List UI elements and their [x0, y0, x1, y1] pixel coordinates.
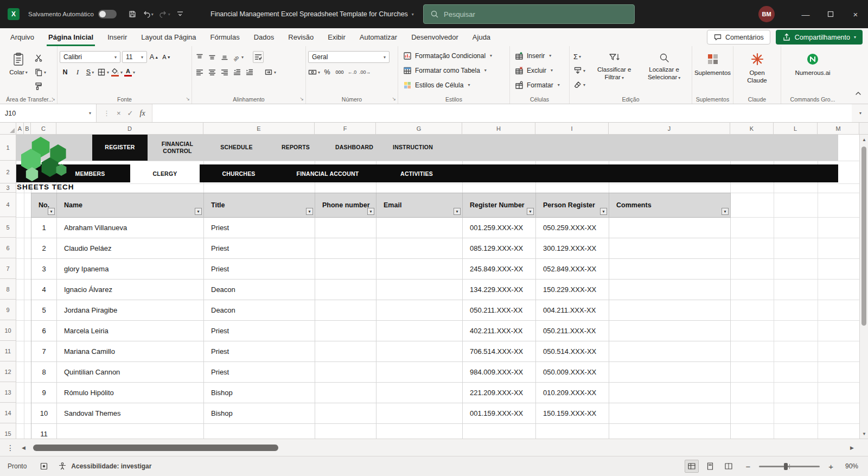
menu-tab-ajuda[interactable]: Ajuda [465, 28, 497, 46]
column-header-I[interactable]: I [535, 123, 609, 134]
comments-button[interactable]: Comentários [707, 30, 770, 45]
cell[interactable] [609, 259, 731, 280]
cell-styles-button[interactable]: Estilos de Célula▾ [400, 78, 507, 92]
row-header-11[interactable]: 11 [0, 341, 16, 361]
cell[interactable] [609, 403, 731, 424]
cell[interactable]: 050.514.XXX-XX [536, 341, 609, 362]
cell[interactable]: Priest [204, 362, 315, 383]
scroll-right-icon[interactable]: ▶ [850, 445, 854, 450]
cell[interactable] [609, 238, 731, 259]
cell[interactable]: 050.211.XXX-XX [463, 300, 536, 321]
font-size-select[interactable]: 11▾ [122, 51, 147, 63]
cell[interactable]: 010.209.XXX-XX [536, 383, 609, 403]
enter-button[interactable]: ✓ [127, 109, 133, 117]
filter-button[interactable]: ▾ [48, 208, 55, 215]
cell[interactable]: 050.009.XXX-XX [536, 362, 609, 383]
cell[interactable]: 2 [31, 238, 57, 259]
cell[interactable] [376, 424, 463, 439]
column-header-H[interactable]: H [462, 123, 535, 134]
dialog-launcher-icon[interactable]: ↘ [299, 97, 304, 101]
cell[interactable]: Priest [204, 218, 315, 238]
cell[interactable]: 001.159.XXX-XX [463, 403, 536, 424]
row-header-14[interactable]: 14 [0, 403, 16, 423]
menu-tab-layout-da-pagina[interactable]: Layout da Página [134, 28, 203, 46]
menu-tab-pagina-inicial[interactable]: Página Inicial [41, 28, 100, 46]
cell[interactable] [315, 321, 376, 341]
row-header-10[interactable]: 10 [0, 320, 16, 341]
dialog-launcher-icon[interactable]: ↘ [392, 97, 396, 101]
cell[interactable]: Mariana Camillo [57, 341, 204, 362]
filter-button[interactable]: ▾ [195, 208, 202, 215]
format-painter-button[interactable] [33, 80, 48, 92]
filter-button[interactable]: ▾ [306, 208, 313, 215]
numerous-ai-button[interactable]: Numerous.ai [783, 48, 842, 93]
ribbon-collapse-button[interactable] [854, 89, 863, 99]
cell[interactable] [376, 218, 463, 238]
column-header-A[interactable]: A [16, 123, 24, 134]
orientation-button[interactable]: ab▾ [232, 51, 244, 63]
sort-filter-button[interactable]: Classificar e Filtrar▾ [590, 48, 639, 93]
clear-button[interactable]: ▾ [572, 79, 590, 91]
table-header-title[interactable]: Title▾ [204, 193, 315, 218]
cell[interactable] [376, 383, 463, 403]
menu-tab-exibir[interactable]: Exibir [321, 28, 353, 46]
menu-tab-dados[interactable]: Dados [247, 28, 282, 46]
table-header-name[interactable]: Name▾ [57, 193, 204, 218]
wrap-text-button[interactable] [253, 51, 264, 63]
sheet-area[interactable]: REGISTERFINANCIAL CONTROLSCHEDULEREPORTS… [0, 135, 859, 439]
column-header-G[interactable]: G [376, 123, 462, 134]
table-header-comments[interactable]: Comments▾ [609, 193, 731, 218]
horizontal-scroll-track[interactable] [31, 439, 843, 456]
cell[interactable] [315, 280, 376, 300]
row-header-5[interactable]: 5 [0, 217, 16, 238]
cell[interactable]: Priest [204, 341, 315, 362]
insert-function-button[interactable]: fx [140, 109, 145, 118]
cell[interactable] [315, 218, 376, 238]
filter-button[interactable]: ▾ [722, 208, 729, 215]
addins-button[interactable]: Suplementos [694, 48, 731, 93]
row-header-8[interactable]: 8 [0, 279, 16, 300]
column-header-B[interactable]: B [24, 123, 31, 134]
search-input[interactable] [444, 10, 628, 18]
macro-record-icon[interactable] [40, 462, 48, 471]
increase-decimal-button[interactable]: ←.0 [347, 66, 358, 78]
cell[interactable] [376, 362, 463, 383]
cell[interactable] [315, 259, 376, 280]
redo-button[interactable]: ▾ [157, 8, 172, 20]
vertical-scroll-thumb[interactable] [861, 147, 866, 326]
scroll-down-icon[interactable]: ▼ [860, 429, 868, 439]
subnav-tab-financial-account[interactable]: FINANCIAL ACCOUNT [297, 164, 359, 182]
avatar[interactable]: BM [758, 6, 775, 22]
subnav-tab-churches[interactable]: CHURCHES [222, 164, 255, 182]
cell[interactable]: Jordana Piragibe [57, 300, 204, 321]
cell[interactable]: Priest [204, 321, 315, 341]
autosum-button[interactable]: Σ▾ [572, 50, 590, 62]
select-all-button[interactable] [0, 123, 16, 134]
font-name-select[interactable]: Calibri▾ [60, 51, 120, 63]
cell[interactable] [609, 383, 731, 403]
cell[interactable]: 004.211.XXX-XX [536, 300, 609, 321]
cell[interactable] [609, 300, 731, 321]
cell[interactable]: 402.211.XXX-XX [463, 321, 536, 341]
formula-input[interactable] [157, 110, 847, 117]
cut-button[interactable] [33, 52, 48, 64]
row-header-2[interactable]: 2 [0, 161, 16, 183]
borders-button[interactable]: ▾ [97, 66, 109, 78]
share-button[interactable]: Compartilhamento ▾ [776, 30, 863, 45]
cell[interactable] [204, 424, 315, 439]
cell[interactable]: 9 [31, 383, 57, 403]
save-button[interactable] [126, 8, 138, 20]
nav-tab-schedule[interactable]: SCHEDULE [209, 135, 264, 161]
subnav-tab-members[interactable]: MEMBERS [75, 164, 105, 182]
nav-tab-register[interactable]: REGISTER [92, 135, 148, 161]
cell[interactable] [376, 403, 463, 424]
menu-tab-arquivo[interactable]: Arquivo [3, 28, 41, 46]
table-header-email[interactable]: Email▾ [376, 193, 463, 218]
column-header-D[interactable]: D [56, 123, 203, 134]
cell[interactable]: 050.211.XXX-XX [536, 321, 609, 341]
cell[interactable] [609, 321, 731, 341]
page-layout-view-button[interactable] [703, 460, 717, 473]
cell[interactable] [609, 424, 731, 439]
cell[interactable]: Bishop [204, 383, 315, 403]
cell[interactable] [315, 238, 376, 259]
